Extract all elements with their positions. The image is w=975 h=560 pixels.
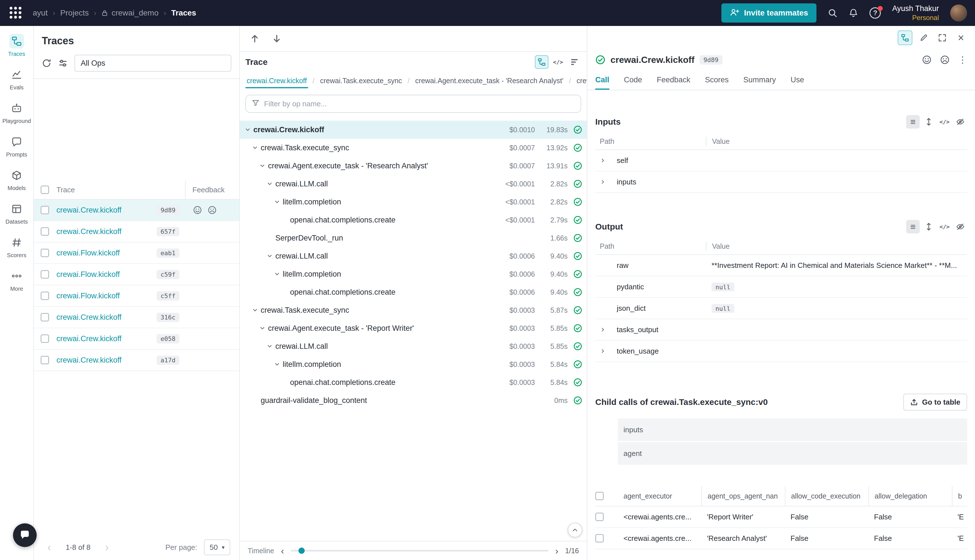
sidebar-item-playground[interactable]: Playground [1, 99, 32, 127]
child-call-row[interactable]: <crewai.agents.cre...'Research Analyst'F… [595, 528, 967, 549]
code-view-icon[interactable]: </> [938, 115, 951, 128]
trace-tree-node[interactable]: openai.chat.completions.create$0.00069.4… [240, 283, 587, 301]
bell-icon[interactable] [849, 8, 858, 18]
trace-op-link[interactable]: crewai.Crew.kickoff [57, 227, 122, 236]
op-path-tab[interactable]: crewai.Task.execute_sync [319, 73, 403, 88]
list-view-icon[interactable]: ≡ [906, 115, 920, 128]
fullscreen-button[interactable] [935, 30, 950, 45]
ops-filter-select[interactable]: All Ops [75, 55, 231, 72]
trace-table-row[interactable]: crewai.Flow.kickoffeab1 [34, 242, 239, 264]
sidebar-item-scorers[interactable]: Scorers [1, 233, 32, 261]
trace-tree-node[interactable]: litellm.completion$0.00035.84s [240, 355, 587, 373]
help-icon[interactable]: ? [870, 7, 881, 18]
trace-tree-node[interactable]: openai.chat.completions.create$0.00035.8… [240, 373, 587, 392]
chevron-right-icon[interactable] [600, 179, 617, 185]
row-checkbox[interactable] [41, 313, 49, 322]
row-checkbox[interactable] [41, 334, 49, 343]
row-checkbox[interactable] [41, 206, 49, 214]
trace-table-row[interactable]: crewai.Crew.kickoff9d89 [34, 200, 239, 221]
chevron-down-icon[interactable] [266, 253, 275, 259]
tab-summary[interactable]: Summary [743, 70, 776, 90]
trace-id-badge[interactable]: eab1 [157, 248, 179, 258]
chevron-right-icon[interactable] [600, 327, 617, 333]
trace-id-badge[interactable]: c5ff [157, 291, 179, 301]
select-all-checkbox[interactable] [41, 185, 49, 194]
column-header[interactable]: allow_code_execution [785, 486, 868, 506]
slider-handle[interactable] [299, 548, 305, 554]
close-button[interactable]: × [953, 30, 968, 45]
column-header[interactable]: allow_delegation [868, 486, 952, 506]
code-view-icon[interactable]: </> [551, 55, 565, 69]
invite-teammates-button[interactable]: Invite teammates [721, 3, 816, 23]
trace-op-link[interactable]: crewai.Flow.kickoff [57, 270, 120, 279]
sidebar-item-prompts[interactable]: Prompts [1, 132, 32, 160]
row-checkbox[interactable] [41, 292, 49, 300]
list-view-icon[interactable]: ≡ [906, 220, 920, 233]
select-all-checkbox[interactable] [595, 492, 604, 500]
frown-feedback-icon[interactable] [208, 205, 217, 215]
object-row[interactable]: raw**Investment Report: AI in Chemical a… [595, 255, 967, 276]
tab-scores[interactable]: Scores [705, 70, 729, 90]
expand-rows-icon[interactable] [922, 220, 935, 233]
column-header[interactable]: agent_executor [618, 486, 701, 506]
op-path-tab[interactable]: crewai.Agent.execute_task - 'Research An… [414, 73, 564, 88]
tab-use[interactable]: Use [790, 70, 804, 90]
sidebar-item-traces[interactable]: Traces [1, 32, 32, 60]
filter-settings-icon[interactable] [58, 58, 68, 68]
trace-op-link[interactable]: crewai.Crew.kickoff [57, 313, 122, 322]
tab-call[interactable]: Call [595, 70, 609, 90]
edit-button[interactable] [916, 30, 931, 45]
timeline-prev-button[interactable]: ‹ [281, 546, 284, 555]
per-page-select[interactable]: 50 ▾ [204, 539, 230, 555]
expand-rows-icon[interactable] [922, 115, 935, 128]
object-row[interactable]: inputs [595, 172, 967, 193]
trace-op-link[interactable]: crewai.Crew.kickoff [57, 356, 122, 365]
row-checkbox[interactable] [595, 513, 604, 521]
hide-empty-icon[interactable] [953, 220, 967, 233]
tree-view-icon[interactable] [535, 55, 548, 69]
object-row[interactable]: token_usage [595, 341, 967, 362]
refresh-icon[interactable] [42, 58, 51, 68]
object-row[interactable]: pydanticnull [595, 276, 967, 298]
trace-tree-node[interactable]: litellm.completion$0.00069.40s [240, 265, 587, 283]
sidebar-item-evals[interactable]: Evals [1, 65, 32, 93]
breadcrumb-projects[interactable]: Projects [60, 8, 89, 17]
trace-tree-node[interactable]: SerperDevTool._run1.66s [240, 229, 587, 247]
chevron-down-icon[interactable] [266, 180, 275, 187]
op-path-tab[interactable]: crewai.Crew.kickoff [245, 73, 308, 88]
row-checkbox[interactable] [595, 534, 604, 543]
trace-table-row[interactable]: crewai.Crew.kickoff316c [34, 307, 239, 328]
chevron-down-icon[interactable] [274, 271, 283, 277]
smiley-feedback-button[interactable] [922, 55, 932, 65]
trace-op-link[interactable]: crewai.Flow.kickoff [57, 292, 120, 300]
trace-op-link[interactable]: crewai.Crew.kickoff [57, 334, 122, 343]
frown-feedback-button[interactable] [940, 55, 950, 65]
op-filter-input[interactable] [264, 100, 575, 108]
trace-tree-node[interactable]: crewai.LLM.call$0.00069.40s [240, 247, 587, 265]
row-checkbox[interactable] [41, 270, 49, 278]
object-row[interactable]: tasks_output [595, 319, 967, 341]
chevron-down-icon[interactable] [252, 144, 260, 151]
trace-id-badge[interactable]: 316c [157, 313, 179, 322]
trace-id-badge[interactable]: c59f [157, 270, 179, 279]
call-id-badge[interactable]: 9d89 [700, 55, 723, 65]
trace-tree-node[interactable]: crewai.Agent.execute_task - 'Research An… [240, 157, 587, 175]
nav-down-button[interactable] [272, 34, 282, 43]
chevron-down-icon[interactable] [244, 126, 253, 133]
trace-tree-node[interactable]: openai.chat.completions.create<$0.00012.… [240, 211, 587, 229]
trace-table-row[interactable]: crewai.Flow.kickoffc59f [34, 264, 239, 285]
overflow-menu-button[interactable]: ⋮ [958, 54, 967, 65]
breadcrumb-entity[interactable]: ayut [33, 8, 48, 17]
breadcrumb-project[interactable]: crewai_demo [101, 8, 159, 17]
smiley-feedback-icon[interactable] [193, 205, 202, 215]
row-checkbox[interactable] [41, 356, 49, 364]
flame-graph-icon[interactable] [568, 55, 581, 69]
chevron-down-icon[interactable] [259, 162, 268, 169]
trace-id-badge[interactable]: 657f [157, 227, 179, 236]
chevron-down-icon[interactable] [266, 343, 275, 350]
code-view-icon[interactable]: </> [938, 220, 951, 233]
trace-id-badge[interactable]: 9d89 [157, 205, 179, 215]
chevron-right-icon[interactable] [600, 348, 617, 354]
child-call-row[interactable]: <crewai.agents.cre...'Report Writer'Fals… [595, 507, 967, 528]
row-checkbox[interactable] [41, 249, 49, 257]
